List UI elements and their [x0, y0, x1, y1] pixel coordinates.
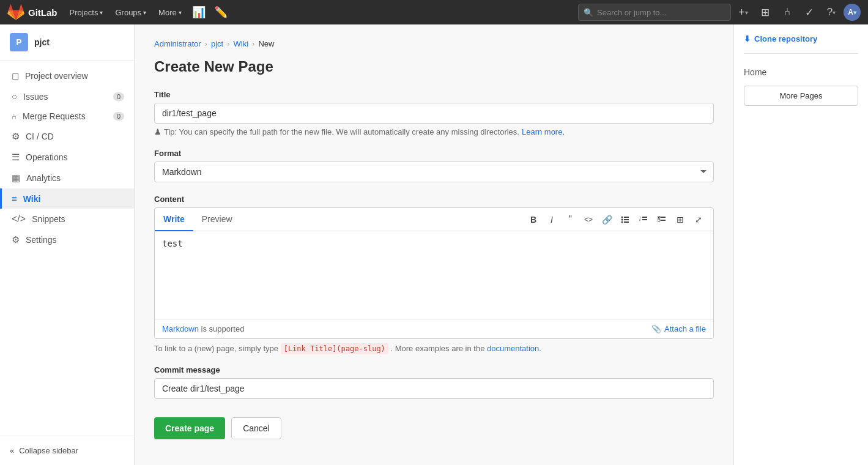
panel-icon[interactable]: ⊞ — [755, 2, 775, 22]
learn-more-link[interactable]: Learn more. — [522, 127, 565, 136]
create-page-btn[interactable]: Create page — [154, 417, 225, 439]
tab-write[interactable]: Write — [155, 208, 193, 231]
svg-rect-7 — [642, 217, 647, 218]
more-pages-btn[interactable]: More Pages — [744, 86, 858, 106]
format-section: Format Markdown RDoc AsciiDoc — [154, 149, 714, 182]
content-section: Content Write Preview B I " — [154, 195, 714, 353]
svg-rect-1 — [624, 217, 629, 218]
svg-rect-13 — [661, 220, 666, 221]
clone-repository-btn[interactable]: ⬇ Clone repository — [744, 34, 817, 43]
toolbar-ordered-list[interactable]: 1.2. — [635, 211, 652, 228]
sidebar-item-operations[interactable]: ☰ Operations — [0, 147, 134, 168]
commit-message-input[interactable] — [154, 378, 714, 399]
help-icon[interactable]: ? ▾ — [822, 2, 841, 22]
toolbar-checklist[interactable] — [653, 211, 670, 228]
breadcrumb-administrator[interactable]: Administrator — [154, 39, 201, 48]
top-navigation: GitLab Projects ▾ Groups ▾ More ▾ 📊 ✏️ 🔍… — [0, 0, 868, 24]
sidebar-item-cicd[interactable]: ⚙ CI / CD — [0, 126, 134, 147]
attach-file-btn[interactable]: 📎 Attach a file — [651, 324, 706, 333]
sidebar-item-label: Snippets — [32, 214, 65, 224]
nav-projects[interactable]: Projects ▾ — [65, 6, 108, 20]
search-input[interactable] — [597, 8, 725, 17]
gitlab-logo-link[interactable]: GitLab — [7, 4, 57, 21]
sidebar-nav: ◻ Project overview ○ Issues 0 ⑃ Merge Re… — [0, 61, 134, 436]
sidebar-item-label: Settings — [26, 235, 57, 245]
link-hint: To link to a (new) page, simply type [Li… — [154, 344, 714, 353]
collapse-sidebar-btn[interactable]: « Collapse sidebar — [0, 441, 134, 460]
merge-request-icon[interactable]: ⑃ — [777, 2, 797, 22]
svg-text:2.: 2. — [639, 218, 641, 221]
clone-icon: ⬇ — [744, 34, 751, 43]
merge-requests-badge: 0 — [113, 112, 124, 121]
sidebar-item-wiki[interactable]: ≡ Wiki — [0, 188, 134, 209]
issues-badge: 0 — [113, 92, 124, 101]
svg-point-0 — [621, 216, 623, 218]
sidebar-item-issues[interactable]: ○ Issues 0 — [0, 86, 134, 106]
action-buttons: Create page Cancel — [154, 411, 714, 439]
nav-analytics-icon[interactable]: 📊 — [189, 2, 209, 22]
clone-section: ⬇ Clone repository — [744, 34, 858, 54]
sidebar-item-merge-requests[interactable]: ⑃ Merge Requests 0 — [0, 106, 134, 126]
analytics-icon: ▦ — [12, 173, 20, 184]
nav-more[interactable]: More ▾ — [154, 6, 187, 20]
breadcrumb-current: New — [258, 39, 274, 48]
toolbar-link[interactable]: 🔗 — [598, 211, 615, 228]
content-label: Content — [154, 195, 714, 204]
tab-preview[interactable]: Preview — [193, 208, 241, 231]
sidebar-item-label: CI / CD — [26, 132, 54, 141]
sidebar-bottom: « Collapse sidebar — [0, 436, 134, 465]
svg-rect-9 — [642, 219, 647, 220]
editor-tabs-row: Write Preview B I " <> 🔗 — [155, 208, 713, 231]
sidebar-item-label: Analytics — [26, 173, 61, 183]
commit-message-section: Commit message — [154, 365, 714, 399]
title-section: Title ♟ Tip: You can specify the full pa… — [154, 90, 714, 136]
documentation-link[interactable]: documentation — [487, 344, 539, 353]
toolbar-fullscreen[interactable]: ⤢ — [690, 211, 707, 228]
nav-groups[interactable]: Groups ▾ — [110, 6, 151, 20]
editor-toolbar: B I " <> 🔗 1.2. ⊞ — [519, 209, 713, 231]
breadcrumb: Administrator › pjct › Wiki › New — [154, 39, 714, 48]
sidebar-item-project-overview[interactable]: ◻ Project overview — [0, 65, 134, 86]
format-label: Format — [154, 149, 714, 158]
breadcrumb-wiki[interactable]: Wiki — [234, 39, 249, 48]
svg-rect-12 — [658, 219, 660, 221]
editor-textarea[interactable]: test — [155, 231, 713, 317]
toolbar-unordered-list[interactable] — [617, 211, 634, 228]
title-input[interactable] — [154, 103, 714, 124]
sidebar-item-snippets[interactable]: </> Snippets — [0, 209, 134, 229]
commit-message-label: Commit message — [154, 365, 714, 374]
sidebar-item-label: Issues — [23, 92, 48, 102]
toolbar-code[interactable]: <> — [580, 211, 597, 228]
tip-icon: ♟ — [154, 127, 161, 136]
cancel-btn[interactable]: Cancel — [231, 417, 281, 439]
nav-activity-icon[interactable]: ✏️ — [211, 2, 231, 22]
plus-icon-btn[interactable]: + ▾ — [733, 2, 753, 22]
breadcrumb-pjct[interactable]: pjct — [211, 39, 223, 48]
tip-message: Tip: You can specify the full path for t… — [164, 127, 519, 136]
markdown-link[interactable]: Markdown — [162, 324, 199, 333]
toolbar-italic[interactable]: I — [543, 211, 560, 228]
page-layout: P pjct ◻ Project overview ○ Issues 0 ⑃ M… — [0, 24, 868, 465]
search-bar[interactable]: 🔍 — [578, 4, 731, 21]
cicd-icon: ⚙ — [12, 131, 20, 142]
project-name: pjct — [34, 37, 50, 47]
format-select[interactable]: Markdown RDoc AsciiDoc — [154, 162, 714, 182]
issues-icon[interactable]: ✓ — [799, 2, 819, 22]
merge-requests-icon: ⑃ — [12, 112, 17, 121]
operations-icon: ☰ — [12, 152, 20, 163]
user-avatar[interactable]: A ▾ — [844, 4, 861, 21]
sidebar-item-analytics[interactable]: ▦ Analytics — [0, 168, 134, 188]
settings-icon: ⚙ — [12, 234, 20, 245]
toolbar-bold[interactable]: B — [525, 211, 542, 228]
main-content: Administrator › pjct › Wiki › New Create… — [135, 24, 733, 465]
right-panel-home-link[interactable]: Home — [744, 64, 858, 81]
sidebar-item-settings[interactable]: ⚙ Settings — [0, 229, 134, 250]
toolbar-quote[interactable]: " — [562, 211, 579, 228]
right-panel: ⬇ Clone repository Home More Pages — [733, 24, 868, 465]
sidebar-item-label: Merge Requests — [23, 111, 86, 121]
snippets-icon: </> — [12, 214, 26, 225]
title-label: Title — [154, 90, 714, 99]
project-avatar: P — [10, 33, 28, 51]
svg-point-4 — [621, 221, 623, 223]
toolbar-table[interactable]: ⊞ — [672, 211, 689, 228]
